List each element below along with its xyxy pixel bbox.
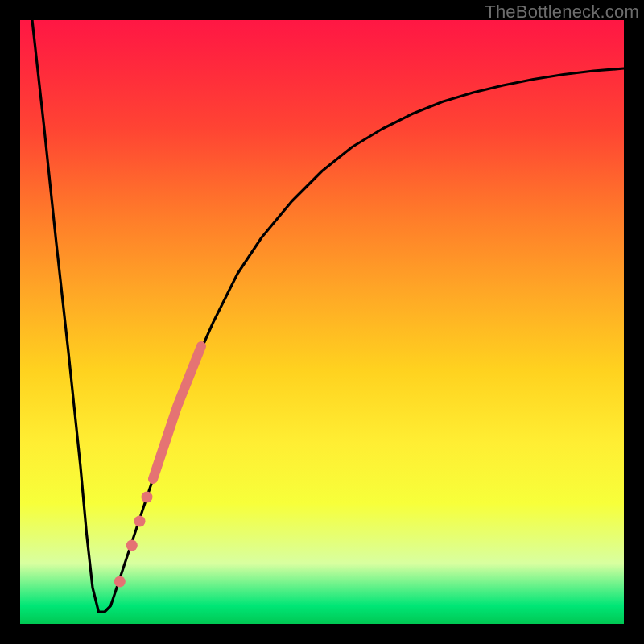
highlight-dot: [114, 576, 126, 588]
bottleneck-curve: [32, 20, 624, 612]
highlight-dot: [134, 516, 146, 527]
chart-plot-area: [20, 20, 624, 624]
watermark-text: TheBottleneck.com: [485, 2, 639, 23]
chart-svg: [20, 20, 624, 624]
highlight-dot: [142, 492, 153, 503]
highlight-dot: [126, 540, 138, 551]
chart-frame: TheBottleneck.com: [0, 0, 644, 644]
highlight-segment: [153, 346, 201, 479]
